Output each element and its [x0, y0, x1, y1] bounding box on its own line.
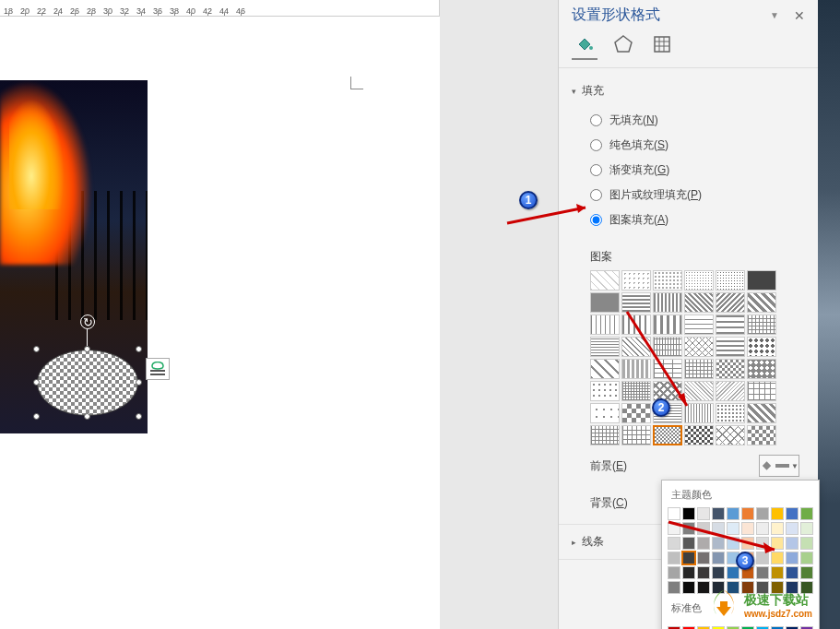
pattern-swatch[interactable] [747, 359, 776, 379]
radio-solid-fill[interactable]: 纯色填充(S) [590, 133, 805, 158]
pattern-swatch[interactable] [716, 337, 745, 357]
theme-color-swatch[interactable] [668, 566, 680, 579]
foreground-color-button[interactable]: ▼ [759, 455, 799, 477]
pattern-swatch[interactable] [747, 337, 776, 357]
close-panel-button[interactable]: ✕ [794, 8, 805, 23]
pattern-swatch[interactable] [716, 381, 745, 401]
annotation-callout-1: 1 [519, 191, 538, 209]
ruler-mark: 34 [133, 6, 149, 16]
ruler-mark: 32 [116, 6, 133, 16]
tab-fill-line[interactable] [572, 34, 597, 60]
foreground-label: 前景(E) [590, 458, 627, 474]
theme-color-swatch[interactable] [682, 566, 695, 579]
pattern-swatch[interactable] [590, 403, 620, 423]
theme-color-swatch[interactable] [786, 537, 799, 550]
size-props-icon [652, 34, 672, 54]
pattern-swatch[interactable] [747, 270, 776, 291]
pattern-swatch[interactable] [590, 292, 620, 313]
theme-color-swatch[interactable] [800, 566, 813, 579]
resize-handle[interactable] [33, 379, 40, 386]
theme-color-swatch[interactable] [697, 566, 710, 579]
pattern-swatch[interactable] [747, 381, 776, 401]
pattern-swatch[interactable] [621, 425, 651, 445]
watermark-name: 极速下载站 [744, 592, 812, 609]
panel-options-dropdown[interactable]: ▼ [770, 10, 779, 20]
watermark-url: www.jsdz7.com [744, 609, 812, 619]
page-margin-corner [350, 77, 363, 89]
panel-tabs [559, 34, 818, 68]
radio-input[interactable] [590, 139, 602, 151]
layout-options-button[interactable] [146, 358, 170, 380]
pattern-swatch[interactable] [747, 314, 776, 335]
svg-point-2 [589, 46, 593, 50]
pattern-swatch[interactable] [716, 314, 745, 335]
panel-title: 设置形状格式 [572, 6, 660, 25]
tab-effects[interactable] [610, 34, 636, 60]
theme-color-swatch[interactable] [800, 507, 813, 520]
resize-handle[interactable] [84, 346, 90, 352]
theme-color-swatch[interactable] [682, 581, 695, 594]
theme-color-swatch[interactable] [800, 552, 813, 564]
theme-color-swatch[interactable] [712, 566, 725, 579]
resize-handle[interactable] [136, 346, 142, 352]
chevron-down-icon: ▼ [791, 462, 799, 470]
pattern-swatch[interactable] [590, 337, 620, 357]
theme-color-swatch[interactable] [771, 566, 784, 579]
radio-no-fill[interactable]: 无填充(N) [590, 108, 805, 133]
theme-color-swatch[interactable] [727, 566, 739, 579]
pattern-swatch[interactable] [716, 359, 745, 379]
pattern-swatch[interactable] [747, 425, 776, 445]
pattern-swatch[interactable] [590, 359, 620, 379]
line-section-label: 线条 [582, 534, 604, 550]
radio-pattern-fill[interactable]: 图案填充(A) [590, 208, 805, 232]
radio-input[interactable] [590, 114, 602, 126]
pattern-swatch[interactable] [590, 270, 620, 291]
pattern-swatch[interactable] [716, 292, 745, 313]
collapse-caret-icon: ▾ [572, 87, 576, 96]
resize-handle[interactable] [136, 379, 142, 386]
radio-picture-fill[interactable]: 图片或纹理填充(P) [590, 183, 805, 208]
pattern-swatch[interactable] [716, 270, 745, 291]
radio-gradient-fill[interactable]: 渐变填充(G) [590, 158, 805, 183]
theme-color-swatch[interactable] [800, 522, 813, 535]
resize-handle[interactable] [33, 346, 40, 352]
pattern-swatch[interactable] [590, 314, 620, 335]
resize-handle[interactable] [33, 413, 40, 420]
svg-rect-1 [150, 374, 165, 375]
fill-section-header[interactable]: ▾ 填充 [572, 77, 805, 104]
pattern-swatch[interactable] [590, 381, 620, 401]
pattern-swatch[interactable] [747, 403, 776, 423]
tab-layout-properties[interactable] [649, 34, 675, 60]
pattern-swatch[interactable] [684, 425, 714, 445]
annotation-arrow [664, 513, 784, 559]
svg-marker-9 [576, 204, 586, 213]
pattern-label: 图案 [572, 242, 805, 270]
theme-color-swatch[interactable] [756, 566, 769, 579]
pattern-swatch[interactable] [716, 403, 745, 423]
rotate-handle[interactable] [80, 314, 95, 329]
pattern-swatch[interactable] [653, 270, 682, 291]
ruler-mark: 30 [100, 6, 116, 16]
ruler-mark: 42 [199, 6, 216, 16]
pattern-swatch[interactable] [716, 425, 745, 445]
resize-handle[interactable] [136, 413, 142, 420]
pattern-swatch[interactable] [684, 270, 714, 291]
theme-color-swatch[interactable] [786, 507, 799, 520]
selected-oval-shape[interactable] [37, 350, 138, 416]
theme-color-swatch[interactable] [786, 566, 799, 579]
ruler-mark: 46 [232, 6, 249, 16]
pattern-swatch[interactable] [747, 292, 776, 313]
canvas-area: 18 20 22 24 26 28 30 32 34 36 38 40 42 4… [0, 0, 440, 629]
pattern-swatch[interactable] [653, 425, 682, 445]
pattern-swatch[interactable] [590, 425, 620, 445]
ruler-mark: 44 [216, 6, 232, 16]
theme-color-swatch[interactable] [668, 581, 680, 594]
pattern-swatch[interactable] [621, 270, 651, 291]
radio-input[interactable] [590, 164, 602, 176]
theme-color-swatch[interactable] [800, 537, 813, 550]
layout-options-icon [149, 362, 166, 376]
resize-handle[interactable] [84, 413, 90, 420]
theme-color-swatch[interactable] [786, 522, 799, 535]
theme-color-swatch[interactable] [786, 552, 799, 564]
document-page[interactable] [0, 17, 440, 629]
